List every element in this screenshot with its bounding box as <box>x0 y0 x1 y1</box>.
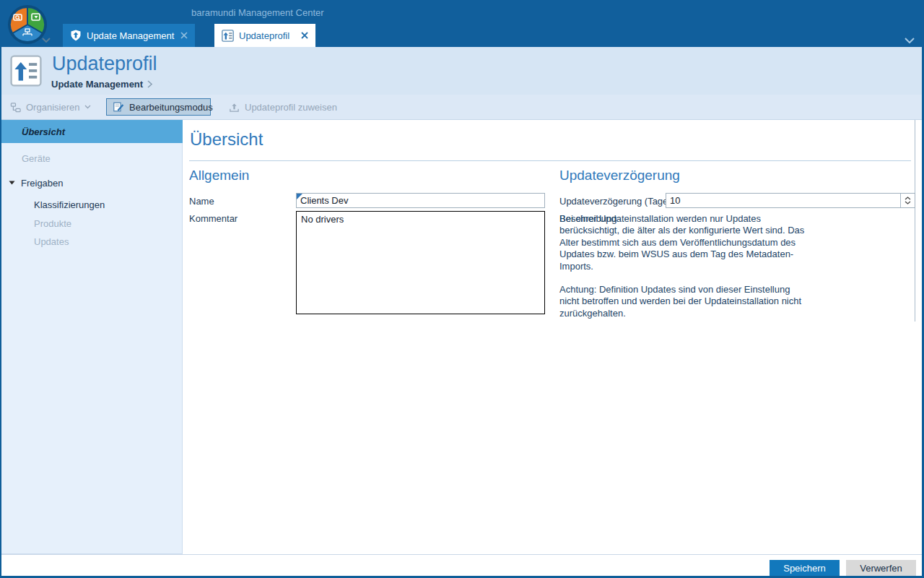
assign-label: Updateprofil zuweisen <box>245 102 337 113</box>
delay-input[interactable] <box>666 194 900 207</box>
update-profile-icon <box>222 30 234 42</box>
delay-spinner-field <box>666 193 915 208</box>
tab-update-management[interactable]: Update Management <box>63 24 195 47</box>
assign-update-profile-button[interactable]: Updateprofil zuweisen <box>223 98 343 116</box>
edit-mode-label: Bearbeitungsmodus <box>129 102 213 113</box>
tab-label: Update Management <box>87 30 174 41</box>
discard-button[interactable]: Verwerfen <box>846 560 916 576</box>
section-heading-updateverzoegerung: Updateverzögerung <box>559 168 680 184</box>
sidebar-item-klassifizierungen[interactable]: Klassifizierungen <box>1 195 183 214</box>
heading-divider <box>189 160 911 161</box>
toolbar: Organisieren Bearbeitungsmodus <box>0 95 924 120</box>
tab-label: Updateprofil <box>239 30 289 41</box>
content-heading: Übersicht <box>190 129 263 150</box>
app-title: baramundi Management Center <box>191 7 324 18</box>
sidebar-item-freigaben[interactable]: Freigaben <box>1 173 183 192</box>
tab-updateprofil[interactable]: Updateprofil <box>214 24 315 47</box>
assign-arrow-icon <box>229 102 240 113</box>
tab-close-icon[interactable] <box>301 32 308 39</box>
spinner-buttons[interactable] <box>900 194 915 207</box>
comment-label: Kommentar <box>189 213 237 224</box>
application-window: baramundi Management Center ? <box>0 0 924 578</box>
chevron-down-icon <box>84 105 91 109</box>
breadcrumb-link-update-management[interactable]: Update Management <box>51 79 143 90</box>
sidebar-item-label: Geräte <box>22 153 51 164</box>
sidebar-navigation: Übersicht Geräte Freigaben Klassifizieru… <box>1 120 183 554</box>
sidebar-item-label: Übersicht <box>22 126 65 137</box>
logo-chevron-down-icon <box>42 38 51 43</box>
organize-dropdown-button[interactable]: Organisieren <box>4 98 97 116</box>
comment-textarea[interactable]: No drivers <box>296 211 545 314</box>
shield-up-icon <box>70 30 82 41</box>
edit-pencil-icon <box>113 101 124 113</box>
edit-mode-toggle-button[interactable]: Bearbeitungsmodus <box>106 98 211 116</box>
organize-tree-icon <box>10 102 21 113</box>
main-content: Übersicht Allgemein Name Kommentar No dr… <box>183 120 922 554</box>
tab-close-icon[interactable] <box>180 32 188 39</box>
sidebar-item-label: Updates <box>34 236 69 247</box>
description-paragraph: Bei einer Updateinstallation werden nur … <box>559 213 808 272</box>
sidebar-item-label: Produkte <box>34 218 71 229</box>
sidebar-item-updates[interactable]: Updates <box>1 232 183 251</box>
breadcrumb: Update Management <box>51 79 152 90</box>
sidebar-item-uebersicht[interactable]: Übersicht <box>1 120 183 143</box>
delay-label: Updateverzögerung (Tage) <box>559 196 671 207</box>
page-title: Updateprofil <box>52 53 157 75</box>
section-heading-allgemein: Allgemein <box>189 168 249 184</box>
name-field-wrap <box>296 193 545 208</box>
description-warning-paragraph: Achtung: Definition Updates sind von die… <box>559 284 808 319</box>
save-button[interactable]: Speichern <box>770 560 840 576</box>
scrollbar-track-line <box>915 120 915 322</box>
description-text: Bei einer Updateinstallation werden nur … <box>559 213 808 319</box>
spin-down-icon <box>905 201 911 204</box>
name-input[interactable] <box>296 193 545 208</box>
tab-strip: Update Management Updateprofil <box>0 24 924 47</box>
spin-up-icon <box>905 197 911 200</box>
sidebar-item-label: Freigaben <box>21 178 64 189</box>
sidebar-item-geraete[interactable]: Geräte <box>1 149 183 168</box>
window-border-left <box>0 47 1 578</box>
sidebar-item-produkte[interactable]: Produkte <box>1 214 183 233</box>
footer-bar: Speichern Verwerfen <box>0 554 924 576</box>
app-logo-menu[interactable] <box>7 4 49 46</box>
update-profile-icon-large <box>10 55 42 87</box>
breadcrumb-chevron-icon <box>147 80 152 88</box>
collapse-chevron-icon[interactable] <box>9 181 15 185</box>
page-header: Updateprofil Update Management <box>0 47 924 95</box>
name-label: Name <box>189 196 214 207</box>
tab-overflow-chevron-down-icon[interactable] <box>905 38 915 43</box>
organize-label: Organisieren <box>26 102 79 113</box>
sidebar-item-label: Klassifizierungen <box>34 199 105 210</box>
